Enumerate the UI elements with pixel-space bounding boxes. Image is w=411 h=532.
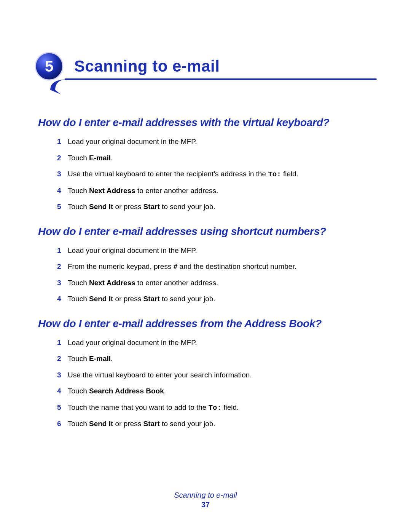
- step-text: Touch Next Address to enter another addr…: [68, 185, 218, 197]
- step-number: 1: [57, 136, 68, 147]
- step-list: 1Load your original document in the MFP.…: [38, 136, 377, 212]
- step-item: 3Touch Next Address to enter another add…: [57, 278, 377, 289]
- step-item: 4Touch Search Address Book.: [57, 386, 377, 397]
- step-number: 3: [57, 169, 68, 180]
- step-text: Load your original document in the MFP.: [68, 337, 197, 348]
- step-number: 5: [57, 201, 68, 212]
- step-number: 2: [57, 261, 68, 272]
- step-item: 5Touch Send It or press Start to send yo…: [57, 201, 377, 212]
- footer-title: Scanning to e-mail: [0, 491, 411, 500]
- step-number: 3: [57, 370, 68, 381]
- step-number: 6: [57, 419, 68, 430]
- step-text: Touch E-mail.: [68, 153, 113, 164]
- content-body: How do I enter e-mail addresses with the…: [38, 117, 377, 430]
- step-text: Touch Send It or press Start to send you…: [68, 294, 215, 305]
- step-item: 3Use the virtual keyboard to enter your …: [57, 370, 377, 381]
- step-text: Touch Next Address to enter another addr…: [68, 278, 218, 289]
- step-list: 1Load your original document in the MFP.…: [38, 245, 377, 305]
- chapter-title: Scanning to e-mail: [74, 57, 377, 75]
- step-text: Use the virtual keyboard to enter your s…: [68, 370, 252, 381]
- step-text: Touch the name that you want to add to t…: [68, 402, 239, 414]
- step-item: 1Load your original document in the MFP.: [57, 245, 377, 256]
- footer-page-number: 37: [0, 500, 411, 509]
- section-heading: How do I enter e-mail addresses with the…: [38, 117, 377, 129]
- step-text: Use the virtual keyboard to enter the re…: [68, 169, 298, 180]
- chapter-number-text: 5: [45, 58, 53, 75]
- section-heading: How do I enter e-mail addresses from the…: [38, 318, 377, 330]
- step-item: 4Touch Send It or press Start to send yo…: [57, 294, 377, 305]
- step-text: Load your original document in the MFP.: [68, 136, 197, 147]
- section-heading: How do I enter e-mail addresses using sh…: [38, 225, 377, 238]
- page-footer: Scanning to e-mail 37: [0, 491, 411, 509]
- step-item: 5Touch the name that you want to add to …: [57, 402, 377, 414]
- step-number: 3: [57, 278, 68, 289]
- document-page: 5 Scanning to e-mail How do I enter e-ma…: [0, 0, 411, 532]
- step-list: 1Load your original document in the MFP.…: [38, 337, 377, 430]
- step-text: Touch Send It or press Start to send you…: [68, 419, 215, 430]
- chapter-header: 5 Scanning to e-mail: [38, 57, 377, 90]
- step-item: 4Touch Next Address to enter another add…: [57, 185, 377, 197]
- step-item: 2Touch E-mail.: [57, 353, 377, 364]
- chapter-badge: 5: [34, 51, 64, 81]
- step-item: 1Load your original document in the MFP.: [57, 136, 377, 147]
- rule-line: [65, 78, 377, 80]
- step-text: Touch Send It or press Start to send you…: [68, 201, 215, 212]
- step-item: 1Load your original document in the MFP.: [57, 337, 377, 348]
- step-text: From the numeric keypad, press # and the…: [68, 261, 296, 272]
- step-number: 2: [57, 353, 68, 364]
- step-item: 2Touch E-mail.: [57, 153, 377, 164]
- step-item: 2From the numeric keypad, press # and th…: [57, 261, 377, 272]
- chapter-rule: [38, 78, 377, 90]
- step-item: 6Touch Send It or press Start to send yo…: [57, 419, 377, 430]
- step-number: 4: [57, 185, 68, 197]
- step-text: Touch E-mail.: [68, 353, 113, 364]
- step-number: 4: [57, 294, 68, 305]
- step-number: 1: [57, 245, 68, 256]
- step-number: 2: [57, 153, 68, 164]
- step-number: 4: [57, 386, 68, 397]
- step-text: Load your original document in the MFP.: [68, 245, 197, 256]
- step-number: 1: [57, 337, 68, 348]
- step-item: 3Use the virtual keyboard to enter the r…: [57, 169, 377, 180]
- step-number: 5: [57, 402, 68, 413]
- step-text: Touch Search Address Book.: [68, 386, 166, 397]
